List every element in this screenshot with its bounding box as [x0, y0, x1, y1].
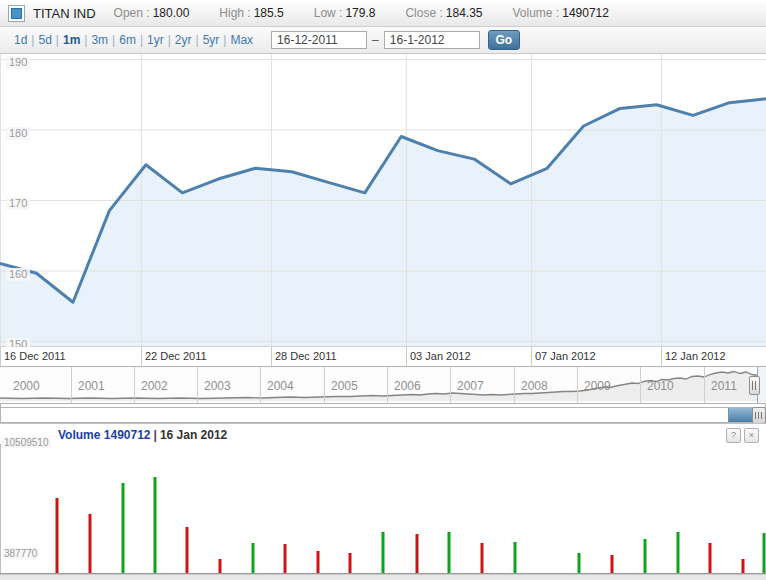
range-separator: |: [140, 33, 143, 47]
stat-value: 180.00: [153, 6, 190, 20]
header-stats: Open :180.00High :185.5Low :179.8Close :…: [114, 6, 609, 20]
volume-bar: [89, 514, 92, 573]
volume-bar: [382, 532, 385, 573]
navigator-range-handle[interactable]: [749, 376, 760, 395]
range-separator: |: [84, 33, 87, 47]
navigator-year-label: 2004: [260, 367, 294, 403]
range-separator: |: [196, 33, 199, 47]
volume-bar: [56, 498, 59, 573]
stat-label: Volume :: [513, 6, 560, 20]
volume-title-separator: |: [154, 428, 157, 442]
range-1yr[interactable]: 1yr: [147, 33, 164, 47]
range-Max[interactable]: Max: [230, 33, 253, 47]
range-1m[interactable]: 1m: [63, 33, 80, 47]
stat-value: 1490712: [562, 6, 609, 20]
volume-chart-svg: [0, 424, 766, 574]
go-button[interactable]: Go: [488, 30, 520, 50]
bottom-strip: [0, 574, 766, 580]
y-axis-label: 160: [6, 268, 30, 281]
volume-y-max-label: 10509510: [2, 437, 51, 448]
scrollbar-track[interactable]: [0, 407, 766, 423]
volume-bar: [154, 477, 157, 573]
x-axis-label: 16 Dec 2011: [0, 347, 66, 366]
navigator-year-label: 2005: [324, 367, 358, 403]
x-axis-label: 03 Jan 2012: [406, 347, 471, 366]
scrollbar-grip-handle[interactable]: [752, 407, 766, 424]
navigator-year-label: 2002: [134, 367, 168, 403]
stat-value: 179.8: [345, 6, 375, 20]
navigator-year-label: 2008: [514, 367, 548, 403]
volume-bar: [284, 544, 287, 573]
stock-chart-widget: TITAN IND Open :180.00High :185.5Low :17…: [0, 0, 766, 580]
stat-value: 184.35: [446, 6, 483, 20]
price-chart[interactable]: 190180170160150: [0, 54, 766, 347]
volume-bar: [122, 483, 125, 573]
range-5yr[interactable]: 5yr: [203, 33, 220, 47]
header-stat: Volume :1490712: [513, 6, 609, 20]
volume-bar: [317, 551, 320, 573]
stat-value: 185.5: [254, 6, 284, 20]
navigator-year-label: 2011: [704, 367, 737, 403]
volume-bar: [677, 532, 680, 573]
y-axis-label: 170: [6, 197, 30, 210]
volume-bar: [349, 553, 352, 573]
volume-bar: [514, 542, 517, 573]
volume-bar: [186, 527, 189, 573]
navigator-year-label: 2003: [197, 367, 231, 403]
date-range-separator: –: [372, 33, 379, 47]
volume-title-value: Volume 1490712: [58, 428, 151, 442]
volume-bar: [448, 532, 451, 573]
price-chart-svg: [0, 54, 766, 346]
range-2yr[interactable]: 2yr: [175, 33, 192, 47]
volume-bar: [742, 559, 745, 573]
stat-label: Low :: [314, 6, 343, 20]
volume-bar: [763, 533, 766, 573]
header-stat: Close :184.35: [405, 6, 482, 20]
series-legend-icon: [8, 5, 25, 22]
y-axis-label: 180: [6, 127, 30, 140]
navigator-year-label: 2007: [450, 367, 484, 403]
range-1d[interactable]: 1d: [14, 33, 27, 47]
range-3m[interactable]: 3m: [91, 33, 108, 47]
range-separator: |: [112, 33, 115, 47]
header-stat: Low :179.8: [314, 6, 376, 20]
range-separator: |: [31, 33, 34, 47]
date-to-input[interactable]: [384, 31, 480, 49]
volume-bar: [416, 534, 419, 573]
navigator-year-label: 2001: [71, 367, 105, 403]
range-selector: 1d|5d|1m|3m|6m|1yr|2yr|5yr|Max: [10, 33, 257, 47]
date-range-controls: – Go: [271, 30, 520, 50]
volume-bar: [252, 543, 255, 573]
header-stat: High :185.5: [219, 6, 283, 20]
x-axis-label: 07 Jan 2012: [531, 347, 596, 366]
volume-title-date: 16 Jan 2012: [160, 428, 227, 442]
range-separator: |: [168, 33, 171, 47]
header-stat: Open :180.00: [114, 6, 190, 20]
volume-bar: [481, 543, 484, 573]
stat-label: Close :: [405, 6, 442, 20]
range-separator: |: [223, 33, 226, 47]
volume-bar: [709, 543, 712, 573]
range-6m[interactable]: 6m: [119, 33, 136, 47]
volume-y-min-label: 387770: [2, 548, 39, 559]
navigator[interactable]: 2000200120022003200420052006200720082009…: [0, 366, 766, 404]
navigator-year-label: 2000: [0, 367, 40, 403]
volume-bar: [644, 539, 647, 573]
series-legend-swatch: [11, 8, 22, 19]
toolbar: 1d|5d|1m|3m|6m|1yr|2yr|5yr|Max – Go: [0, 27, 766, 54]
close-button[interactable]: ×: [744, 428, 759, 443]
help-button[interactable]: ?: [726, 428, 741, 443]
navigator-year-label: 2009: [577, 367, 611, 403]
header: TITAN IND Open :180.00High :185.5Low :17…: [0, 0, 766, 27]
range-5d[interactable]: 5d: [38, 33, 51, 47]
y-axis-label: 190: [6, 56, 30, 69]
x-axis-label: 22 Dec 2011: [141, 347, 207, 366]
date-from-input[interactable]: [271, 31, 367, 49]
volume-panel: 10509510 387770 Volume 1490712|16 Jan 20…: [0, 423, 766, 580]
range-separator: |: [56, 33, 59, 47]
navigator-year-label: 2006: [387, 367, 421, 403]
volume-bar: [611, 555, 614, 573]
volume-bar: [578, 553, 581, 573]
price-x-axis: 16 Dec 201122 Dec 201128 Dec 201103 Jan …: [0, 347, 766, 366]
navigator-year-label: 2010: [640, 367, 674, 403]
